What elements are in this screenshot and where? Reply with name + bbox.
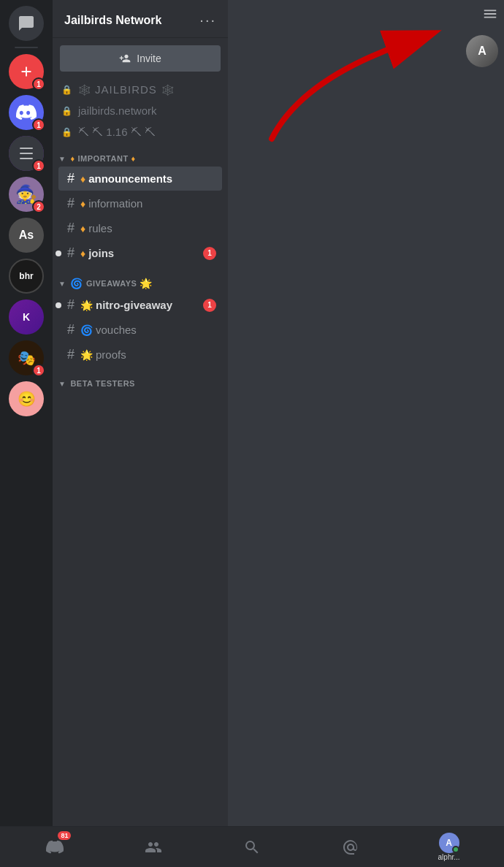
sidebar-item-mystery[interactable]: 🎭 1 [9,340,44,375]
sidebar-item-as[interactable]: As [9,218,44,253]
channel-joins[interactable]: # ♦ joins 1 [58,241,222,265]
annotation-arrow [228,22,462,168]
svg-rect-0 [20,148,33,149]
hamburger-button[interactable] [482,6,498,25]
bottom-nav-mentions[interactable] [301,827,400,867]
mystery-badge: 1 [32,364,45,377]
svg-rect-2 [20,158,33,159]
online-indicator [452,846,459,853]
category-arrow-important: ▼ [58,155,66,163]
main-content: A [228,0,504,867]
plain-channel-116[interactable]: 🔒 ⛏ ⛏ 1.16 ⛏ ⛏ [53,121,228,142]
server-options-button[interactable]: ··· [199,12,216,28]
invite-icon [119,53,131,64]
right-avatar: A [466,35,498,67]
opposite-wonderland-badge: 2 [32,200,45,213]
sidebar-item-bhr[interactable]: bhr [9,259,44,294]
server-header: Jailbirds Network ··· [53,0,228,38]
username-label: alphr... [438,853,460,861]
unread-pip-joins [56,251,61,256]
category-beta-testers[interactable]: ▼ BETA TESTERS [53,367,228,391]
hash-icon: # [64,171,77,186]
bottom-nav-home[interactable]: 81 [6,827,104,867]
lock-icon-3: 🔒 [61,127,72,137]
channel-area: Jailbirds Network ··· Invite 🔒 🕸️ JAILBI… [53,0,228,867]
plain-channel-jailbirds[interactable]: 🔒 🕸️ JAILBIRDS 🕸️ [53,79,228,100]
server-list: 1 1 1 🧙 2 [0,0,53,867]
home-badge: 81 [58,831,71,840]
server-name: Jailbirds Network [64,14,161,27]
hash-icon-info: # [64,196,77,211]
sidebar-item-ch[interactable]: 1 [9,136,44,171]
lock-icon: 🔒 [61,85,72,95]
channel-nitro-giveaway[interactable]: # 🌟 nitro-giveaway 1 [58,293,222,317]
ch-badge: 1 [32,159,45,172]
nitro-giveaway-badge: 1 [203,299,216,312]
svg-rect-1 [20,153,33,154]
sidebar-item-anime[interactable]: 😊 [9,381,44,416]
bottom-nav-friends[interactable] [104,827,203,867]
server-divider [15,47,38,48]
category-arrow-giveaways: ▼ [58,280,66,288]
lock-icon-2: 🔒 [61,106,72,116]
channel-list: 🔒 🕸️ JAILBIRDS 🕸️ 🔒 jailbirds.network 🔒 … [53,79,228,867]
category-giveaways[interactable]: ▼ 🌀 GIVEAWAYS 🌟 [53,266,228,292]
sidebar-item-discord-badge[interactable]: 1 [9,95,44,130]
sidebar-item-chat[interactable] [9,6,44,41]
bottom-nav: 81 A alphr... [0,826,504,867]
bottom-nav-search[interactable] [203,827,302,867]
bottom-nav-profile[interactable]: A alphr... [400,827,498,867]
joins-badge: 1 [203,247,216,260]
channel-proofs[interactable]: # 🌟 proofs [58,343,222,367]
hash-icon-joins: # [64,245,77,261]
plain-channel-jailbirds-network[interactable]: 🔒 jailbirds.network [53,100,228,121]
add-server-badge: 1 [32,77,45,91]
hash-icon-rules: # [64,221,77,236]
channel-announcements[interactable]: # ♦ announcements [58,167,222,191]
hash-icon-proofs: # [64,347,77,362]
sidebar-item-add-server[interactable]: 1 [9,54,44,89]
channel-vouches[interactable]: # 🌀 vouches [58,318,222,342]
discord-badge-notification: 1 [32,118,45,131]
channel-information[interactable]: # ♦ information [58,191,222,215]
unread-pip-nitro [56,302,61,308]
channel-rules[interactable]: # ♦ rules [58,216,222,240]
hash-icon-nitro: # [64,297,77,313]
category-important[interactable]: ▼ ♦ IMPORTANT ♦ [53,142,228,166]
sidebar-item-opposite-wonderland[interactable]: 🧙 2 [9,177,44,212]
invite-button[interactable]: Invite [60,45,221,72]
sidebar-item-k[interactable]: K [9,299,44,335]
category-arrow-beta: ▼ [58,380,66,388]
hash-icon-vouches: # [64,322,77,337]
